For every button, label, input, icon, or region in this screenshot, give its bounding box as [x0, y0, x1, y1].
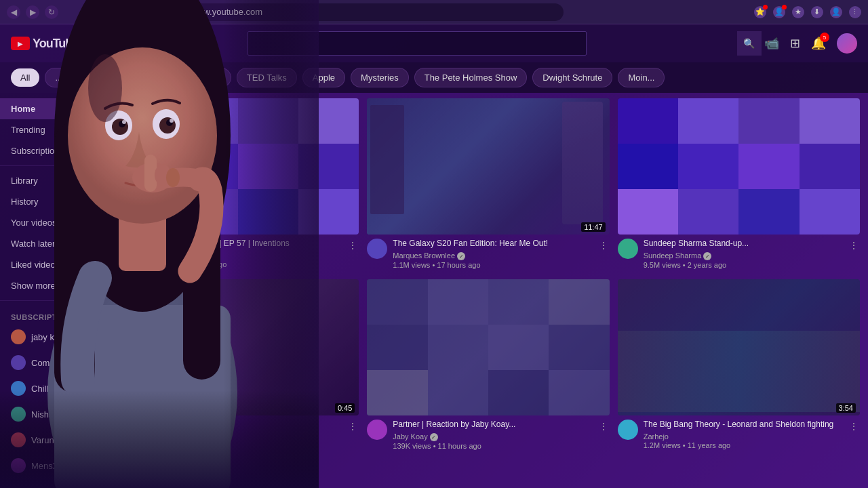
- video-thumbnail-v2[interactable]: 11:47: [367, 98, 609, 235]
- youtube-header: ▶ YouTubeIN 🔍 📹 ⊞ 🔔 5: [0, 24, 868, 62]
- video-menu-button-v4[interactable]: ⋮: [347, 420, 359, 433]
- browser-extensions-icon[interactable]: ⭐: [754, 6, 766, 18]
- sidebar-nav-item-1[interactable]: Trending: [0, 119, 108, 140]
- video-info-v6: The Big Bang Theory - Leonard and Sheldo…: [618, 415, 860, 451]
- video-channel-v3: Sundeep Sharma✓ 9.5M views • 2 years ago: [644, 251, 842, 270]
- channel-avatar-v1: [117, 239, 137, 259]
- sidebar-library-item-5[interactable]: Show more: [0, 275, 108, 296]
- video-thumbnail-v1[interactable]: [117, 98, 359, 235]
- youtube-logo-text: YouTubeIN: [33, 37, 83, 51]
- upload-icon[interactable]: 📹: [764, 36, 779, 51]
- video-card-v4[interactable]: 0:45 Alan Shore Aleksandar Jovanovic ...…: [117, 279, 359, 452]
- filter-chip-6[interactable]: Mysteries: [351, 68, 409, 87]
- filter-chip-4[interactable]: TED Talks: [237, 68, 297, 87]
- video-info-v3: Sundeep Sharma Stand-up... Sundeep Sharm…: [618, 235, 860, 271]
- browser-forward-button[interactable]: ▶: [26, 5, 39, 19]
- filter-chip-2[interactable]: Alan Shore: [95, 68, 159, 87]
- filter-chip-1[interactable]: ...kers: [45, 68, 89, 87]
- video-grid: The Internet Said So | EP 57 | Invention…: [108, 93, 868, 488]
- apps-icon[interactable]: ⊞: [790, 36, 800, 51]
- main-content-area: HomeTrendingSubscriptionsLibraryHistoryY…: [0, 93, 868, 488]
- video-menu-button-v6[interactable]: ⋮: [848, 420, 860, 433]
- filter-chip-0[interactable]: All: [11, 68, 39, 87]
- video-title-v1: The Internet Said So | EP 57 | Invention…: [142, 239, 341, 249]
- video-menu-button-v1[interactable]: ⋮: [347, 239, 359, 252]
- sidebar-subscription-item-5[interactable]: MensXP: [0, 453, 108, 479]
- sidebar-subscription-item-2[interactable]: ChilledCow: [0, 375, 108, 401]
- user-avatar[interactable]: [837, 33, 857, 54]
- video-card-v2[interactable]: 11:47 The Galaxy S20 Fan Edition: Hear M…: [367, 98, 609, 271]
- filter-chip-8[interactable]: Dwight Schrute: [532, 68, 612, 87]
- video-info-v1: The Internet Said So | EP 57 | Invention…: [117, 235, 359, 270]
- video-title-v3: Sundeep Sharma Stand-up...: [644, 239, 842, 249]
- sidebar-divider-2: [0, 300, 108, 301]
- browser-back-button[interactable]: ◀: [7, 5, 20, 19]
- sidebar-library-item-0[interactable]: Library: [0, 170, 108, 191]
- video-card-v6[interactable]: 3:54 The Big Bang Theory - Leonard and S…: [618, 279, 860, 452]
- video-thumbnail-v5[interactable]: [367, 279, 609, 415]
- channel-avatar-v6: [618, 420, 638, 440]
- filter-chip-3[interactable]: Doctor Who: [164, 68, 231, 87]
- sidebar-nav-item-2[interactable]: Subscriptions: [0, 140, 108, 161]
- video-info-v2: The Galaxy S20 Fan Edition: Hear Me Out!…: [367, 235, 609, 271]
- filter-chips-row: All...kersAlan ShoreDoctor WhoTED TalksA…: [0, 62, 868, 93]
- video-menu-button-v2[interactable]: ⋮: [597, 239, 610, 252]
- video-details-v6: The Big Bang Theory - Leonard and Sheldo…: [644, 420, 842, 450]
- video-duration-v6: 3:54: [836, 403, 856, 413]
- video-menu-button-v3[interactable]: ⋮: [848, 239, 860, 252]
- filter-chip-9[interactable]: Moin...: [618, 68, 665, 87]
- browser-chrome: ◀ ▶ ↻ https://www.youtube.com ⭐ 👤 ★ ⬇ 👤 …: [0, 0, 868, 24]
- channel-avatar-v5: [367, 420, 387, 440]
- header-icons: 📹 ⊞ 🔔 5: [764, 33, 857, 54]
- browser-menu-icon[interactable]: ⋮: [849, 6, 861, 18]
- youtube-app: ▶ YouTubeIN 🔍 📹 ⊞ 🔔 5 All...kersAlan Sho…: [0, 24, 868, 488]
- filter-chip-7[interactable]: The Pete Holmes Show: [414, 68, 528, 87]
- sidebar-library-item-3[interactable]: Watch later: [0, 233, 108, 254]
- video-thumbnail-v3[interactable]: [618, 98, 860, 235]
- search-input[interactable]: [256, 38, 578, 49]
- video-details-v5: Partner | Reaction by Jaby Koay... Jaby …: [393, 420, 591, 451]
- sidebar-library-item-1[interactable]: History: [0, 191, 108, 212]
- video-channel-v1: Varun Thakur 16K views • 10 hours ago: [142, 251, 341, 268]
- video-card-v5[interactable]: Partner | Reaction by Jaby Koay... Jaby …: [367, 279, 609, 452]
- youtube-logo[interactable]: ▶ YouTubeIN: [11, 37, 83, 51]
- video-title-v2: The Galaxy S20 Fan Edition: Hear Me Out!: [393, 239, 591, 249]
- video-details-v1: The Internet Said So | EP 57 | Invention…: [142, 239, 341, 269]
- video-card-v1[interactable]: The Internet Said So | EP 57 | Invention…: [117, 98, 359, 271]
- video-channel-v4: Aleksandar Jovanovic ...views • 4 years …: [142, 432, 341, 449]
- notification-badge: 5: [820, 33, 829, 42]
- video-title-v6: The Big Bang Theory - Leonard and Sheldo…: [644, 420, 842, 430]
- browser-url-bar[interactable]: https://www.youtube.com: [157, 3, 564, 21]
- video-menu-button-v5[interactable]: ⋮: [597, 420, 610, 433]
- sidebar-subscription-item-0[interactable]: jaby koay: [0, 324, 108, 350]
- browser-bookmark-icon[interactable]: ★: [792, 6, 804, 18]
- browser-download-icon[interactable]: ⬇: [811, 6, 823, 18]
- sidebar-library-item-4[interactable]: Liked videos: [0, 254, 108, 275]
- search-button[interactable]: 🔍: [737, 31, 762, 56]
- channel-avatar-v2: [367, 239, 387, 259]
- video-card-v3[interactable]: Sundeep Sharma Stand-up... Sundeep Sharm…: [618, 98, 860, 271]
- notifications-icon[interactable]: 🔔 5: [811, 36, 826, 51]
- video-info-v4: Alan Shore Aleksandar Jovanovic ...views…: [117, 415, 359, 451]
- video-channel-v6: Zarhejo 1.2M views • 11 years ago: [644, 432, 842, 449]
- video-thumbnail-v6[interactable]: 3:54: [618, 279, 860, 415]
- sidebar: HomeTrendingSubscriptionsLibraryHistoryY…: [0, 93, 108, 488]
- video-info-v5: Partner | Reaction by Jaby Koay... Jaby …: [367, 415, 609, 452]
- channel-avatar-v3: [618, 239, 638, 259]
- sidebar-subscription-item-3[interactable]: Nishant Ta...: [0, 401, 108, 427]
- youtube-country-code: IN: [78, 37, 83, 44]
- sidebar-subscription-item-4[interactable]: Varun Tha...: [0, 427, 108, 453]
- sidebar-subscription-item-1[interactable]: Comedy Cent...: [0, 350, 108, 375]
- browser-user-icon[interactable]: 👤: [830, 6, 842, 18]
- channel-avatar-v4: [117, 420, 137, 440]
- search-bar[interactable]: [248, 31, 587, 56]
- url-text: https://www.youtube.com: [165, 7, 263, 17]
- filter-chip-5[interactable]: Apple: [302, 68, 345, 87]
- sidebar-nav-item-0[interactable]: Home: [0, 98, 108, 119]
- sidebar-library-item-2[interactable]: Your videos: [0, 212, 108, 233]
- browser-toolbar-icons: ⭐ 👤 ★ ⬇ 👤 ⋮: [754, 6, 861, 18]
- verified-icon-v2: ✓: [457, 252, 465, 260]
- browser-profile-icon[interactable]: 👤: [773, 6, 785, 18]
- browser-refresh-button[interactable]: ↻: [45, 5, 58, 19]
- video-thumbnail-v4[interactable]: 0:45: [117, 279, 359, 415]
